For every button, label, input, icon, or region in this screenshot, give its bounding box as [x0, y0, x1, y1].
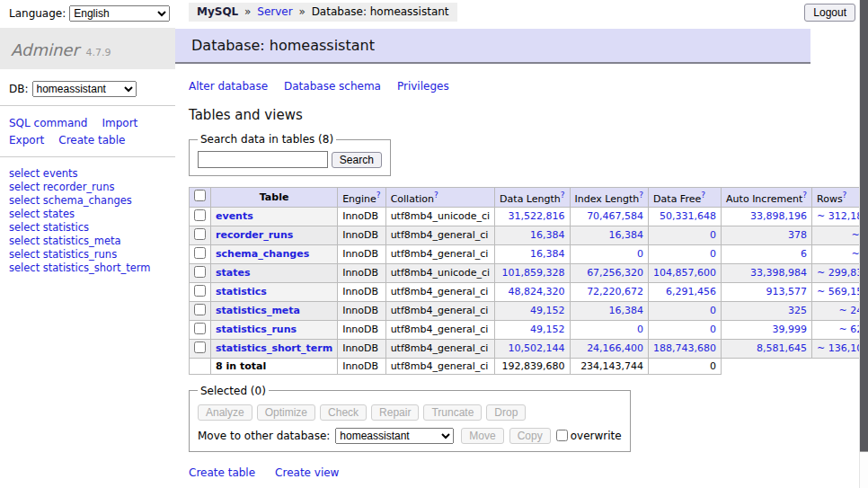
- table-link-statistics[interactable]: statistics: [216, 286, 267, 297]
- sidebar-item-select-statistics-runs[interactable]: select statistics_runs: [9, 248, 166, 262]
- create-table-link[interactable]: Create table: [189, 466, 255, 479]
- language-select[interactable]: English: [69, 5, 170, 22]
- sidebar-link-sql-command[interactable]: SQL command: [9, 117, 87, 129]
- db-label: DB:: [9, 83, 29, 95]
- index-length-cell: 67,256,320: [570, 263, 649, 282]
- column-help-link[interactable]: ?: [843, 191, 847, 200]
- column-help-link[interactable]: ?: [701, 191, 705, 200]
- sidebar-item-select-recorder-runs[interactable]: select recorder_runs: [9, 181, 166, 194]
- engine-cell: InnoDB: [338, 263, 385, 282]
- sidebar-item-select-states[interactable]: select states: [9, 208, 166, 221]
- overwrite-label: overwrite: [571, 430, 622, 442]
- data-length-cell: 49,152: [495, 301, 570, 320]
- row-checkbox[interactable]: [194, 304, 206, 315]
- column-help: ?: [802, 190, 807, 200]
- analyze-button[interactable]: Analyze: [198, 404, 252, 421]
- table-link-schema-changes[interactable]: schema_changes: [216, 248, 309, 260]
- table-link-statistics-runs[interactable]: statistics_runs: [216, 324, 297, 335]
- sidebar-item-select-events[interactable]: select events: [9, 167, 166, 181]
- column-help-link[interactable]: ?: [639, 191, 643, 200]
- column-help-link[interactable]: ?: [376, 191, 381, 200]
- column-header-auto-increment: Auto Increment?: [722, 188, 812, 208]
- table-name-cell: statistics_meta: [211, 301, 338, 320]
- row-checkbox[interactable]: [194, 247, 206, 259]
- column-help-link[interactable]: ?: [802, 191, 807, 200]
- search-input[interactable]: [198, 151, 328, 168]
- table-link-statistics-meta[interactable]: statistics_meta: [216, 305, 300, 316]
- scrollbar-thumb[interactable]: [860, 0, 868, 452]
- sidebar-item-select-statistics[interactable]: select statistics: [9, 221, 166, 235]
- sidebar-item-select-schema-changes[interactable]: select schema_changes: [9, 194, 166, 208]
- copy-button[interactable]: Copy: [509, 428, 551, 444]
- sidebar-links-row: SQL commandImport: [9, 115, 166, 132]
- column-header-collation: Collation?: [385, 188, 494, 208]
- breadcrumb-mysql-link[interactable]: MySQL: [197, 5, 238, 18]
- column-help: ?: [701, 190, 705, 200]
- row-checkbox[interactable]: [194, 266, 206, 278]
- overwrite-checkbox[interactable]: [556, 430, 568, 441]
- db-select[interactable]: homeassistant: [32, 81, 137, 97]
- row-checkbox-cell: [190, 207, 211, 226]
- auto-increment-cell: 33,898,196: [722, 207, 812, 226]
- select-all-checkbox[interactable]: [194, 190, 206, 201]
- optimize-button[interactable]: Optimize: [257, 404, 315, 421]
- create-view-link[interactable]: Create view: [275, 466, 339, 479]
- search-button[interactable]: Search: [332, 152, 382, 168]
- column-label: Rows: [817, 193, 843, 205]
- column-label: Table: [260, 191, 289, 203]
- row-checkbox[interactable]: [194, 209, 206, 221]
- database-schema-link[interactable]: Database schema: [284, 80, 381, 93]
- move-button[interactable]: Move: [461, 428, 503, 444]
- engine-cell: InnoDB: [338, 226, 385, 244]
- breadcrumb-separator: »: [298, 5, 305, 18]
- app-name: Adminer: [11, 40, 79, 59]
- check-button[interactable]: Check: [320, 404, 367, 421]
- row-checkbox[interactable]: [194, 323, 206, 334]
- table-name-cell: statistics_runs: [211, 320, 338, 339]
- sidebar-actions: SQL commandImportExportCreate table: [0, 114, 175, 148]
- selected-buttons: AnalyzeOptimizeCheckRepairTruncateDrop: [198, 404, 622, 421]
- table-link-events[interactable]: events: [216, 210, 253, 222]
- move-db-select[interactable]: homeassistant: [335, 428, 454, 444]
- alter-database-link[interactable]: Alter database: [189, 80, 268, 93]
- drop-button[interactable]: Drop: [486, 404, 526, 421]
- engine-cell: InnoDB: [338, 282, 385, 301]
- data-length-cell: 31,522,816: [495, 207, 570, 226]
- repair-button[interactable]: Repair: [371, 404, 419, 421]
- sidebar-link-export[interactable]: Export: [9, 134, 44, 146]
- table-name-cell: recorder_runs: [211, 226, 338, 244]
- column-label: Data Free: [653, 193, 701, 205]
- collation-cell: utf8mb4_unicode_ci: [385, 263, 494, 282]
- sidebar-item-select-statistics-meta[interactable]: select statistics_meta: [9, 235, 166, 248]
- column-help-link[interactable]: ?: [434, 191, 438, 200]
- row-checkbox[interactable]: [194, 285, 206, 297]
- breadcrumb-current: Database: homeassistant: [312, 5, 449, 18]
- row-checkbox[interactable]: [194, 228, 206, 240]
- table-link-recorder-runs[interactable]: recorder_runs: [216, 229, 293, 241]
- sidebar-link-import[interactable]: Import: [102, 117, 137, 129]
- breadcrumb-server-link[interactable]: Server: [257, 5, 292, 18]
- index-length-cell: 72,220,672: [570, 282, 649, 301]
- vertical-scrollbar[interactable]: [859, 0, 868, 488]
- column-header-data-length: Data Length?: [495, 188, 570, 208]
- table-row: statisticsInnoDButf8mb4_general_ci48,824…: [190, 282, 868, 301]
- truncate-button[interactable]: Truncate: [423, 404, 482, 421]
- table-link-statistics-short-term[interactable]: statistics_short_term: [216, 342, 332, 354]
- create-links: Create tableCreate view: [189, 466, 859, 479]
- row-checkbox-cell: [190, 244, 211, 263]
- table-name-cell: schema_changes: [211, 244, 338, 263]
- row-checkbox[interactable]: [194, 342, 206, 353]
- logout-button[interactable]: Logout: [804, 4, 855, 22]
- sidebar-divider: [0, 156, 175, 157]
- data-free-cell: 104,857,600: [649, 263, 722, 282]
- privileges-link[interactable]: Privileges: [397, 80, 449, 93]
- sidebar-item-select-statistics-short-term[interactable]: select statistics_short_term: [9, 262, 166, 275]
- auto-increment-cell: 8,581,645: [722, 339, 812, 358]
- engine-cell: InnoDB: [338, 244, 385, 263]
- auto-increment-cell: 6: [722, 244, 812, 263]
- data-length-cell: 101,859,328: [495, 263, 570, 282]
- table-link-states[interactable]: states: [216, 267, 251, 279]
- engine-cell: InnoDB: [338, 320, 385, 339]
- column-help-link[interactable]: ?: [561, 191, 565, 200]
- sidebar-link-create-table[interactable]: Create table: [58, 134, 125, 146]
